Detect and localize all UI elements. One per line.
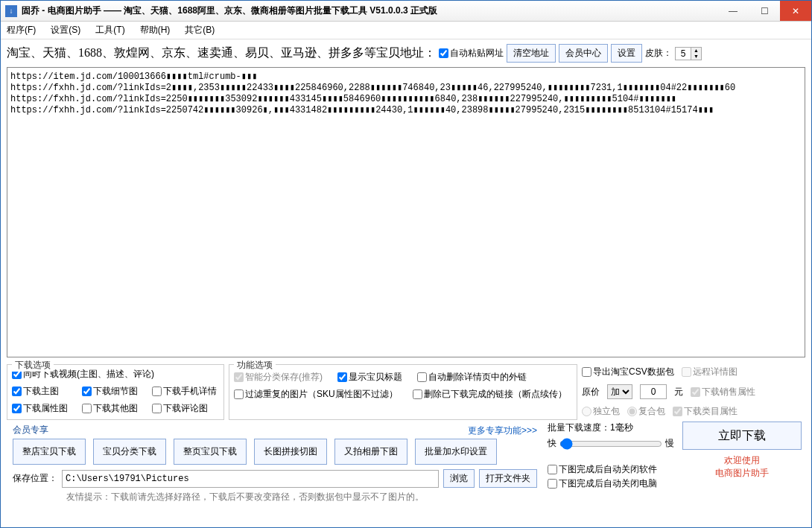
address-desc: 淘宝、天猫、1688、敦煌网、京东、速卖通、易贝、亚马逊、拼多多等宝贝地址： [7,45,436,61]
more-member-link[interactable]: 更多专享功能>>> [468,423,537,437]
clear-address-button[interactable]: 清空地址 [507,44,556,63]
member-exclusive-label: 会员专享 [13,424,48,436]
window-title: 固乔 - 电商图片助手 —— 淘宝、天猫、1688阿里、京东、微商相册等图片批量… [22,4,717,17]
download-mobile-checkbox[interactable]: 下载手机详情 [152,385,218,398]
speed-slow-label: 慢 [665,437,674,450]
save-path-input[interactable] [62,470,439,488]
app-icon: ↓ [5,5,17,17]
hint-text: 友情提示：下载前请先选择好路径，下载后不要改变路径，否则数据包中显示不了图片的。 [7,491,543,506]
download-attr-checkbox[interactable]: 下载属性图 [12,402,77,415]
whole-shop-button[interactable]: 整店宝贝下载 [13,439,86,465]
browse-button[interactable]: 浏览 [443,469,475,488]
skin-spinner[interactable]: ▲▼ [675,47,702,60]
download-options-group: 下载选项 同时下载视频(主图、描述、评论) 下载主图 下载细节图 下载手机详情 … [7,364,224,420]
member-center-button[interactable]: 会员中心 [559,44,608,63]
skin-down-icon[interactable]: ▼ [691,54,701,60]
download-other-checkbox[interactable]: 下载其他图 [82,402,148,415]
show-title-checkbox[interactable]: 显示宝贝标题 [337,371,402,384]
menu-tools[interactable]: 工具(T) [95,24,124,36]
unit-label: 元 [674,386,683,398]
url-textarea[interactable]: https://item.jd.com/100013666▮▮▮▮tml#cru… [7,67,805,357]
close-software-checkbox[interactable]: 下图完成后自动关闭软件 [548,463,674,476]
minimize-button[interactable]: — [717,1,749,21]
download-detail-checkbox[interactable]: 下载细节图 [82,385,148,398]
menu-settings[interactable]: 设置(S) [51,24,80,36]
album-download-button[interactable]: 又拍相册下图 [334,439,407,465]
speed-slider[interactable] [559,438,662,450]
download-comment-checkbox[interactable]: 下载评论图 [152,402,218,415]
longpic-button[interactable]: 长图拼接切图 [254,439,327,465]
speed-fast-label: 快 [548,437,556,450]
watermark-button[interactable]: 批量加水印设置 [415,439,497,465]
skin-up-icon[interactable]: ▲ [691,48,701,54]
welcome-line2: 电商图片助手 [715,467,769,480]
remote-detail-checkbox: 远程详情图 [682,366,738,378]
del-extlink-checkbox[interactable]: 自动删除详情页中的外链 [417,371,527,384]
close-button[interactable]: ✕ [780,1,811,21]
category-download-button[interactable]: 宝贝分类下载 [93,439,166,465]
indep-radio: 独立包 [582,405,620,418]
combo-radio: 复合包 [627,405,665,418]
close-pc-checkbox[interactable]: 下图完成后自动关闭电脑 [548,477,674,490]
auto-paste-checkbox[interactable]: 自动粘贴网址 [439,47,504,60]
export-csv-checkbox[interactable]: 导出淘宝CSV数据包 [582,366,674,378]
orig-price-input[interactable] [640,384,667,399]
speed-label: 批量下载速度：1毫秒 [548,422,674,434]
filter-dup-checkbox[interactable]: 过滤重复的图片（SKU属性图不过滤） [234,388,398,401]
cat-attr-checkbox: 下载类目属性 [673,405,738,418]
maximize-button[interactable]: ☐ [749,1,780,21]
sale-attr-checkbox: 下载销售属性 [691,386,755,398]
menu-program[interactable]: 程序(F) [7,24,36,36]
skin-value-input[interactable] [676,48,691,60]
start-download-button[interactable]: 立即下载 [682,422,802,450]
orig-price-label: 原价 [582,386,600,398]
download-main-checkbox[interactable]: 下载主图 [12,385,77,398]
menu-help[interactable]: 帮助(H) [140,24,171,36]
del-broken-checkbox[interactable]: 删除已下载完成的链接（断点续传） [413,388,567,401]
skin-label: 皮肤： [645,47,672,60]
function-options-group: 功能选项 智能分类保存(推荐) 显示宝贝标题 自动删除详情页中的外链 过滤重复的… [229,364,577,420]
smart-save-checkbox: 智能分类保存(推荐) [234,371,323,384]
whole-page-button[interactable]: 整页宝贝下载 [174,439,247,465]
open-folder-button[interactable]: 打开文件夹 [479,469,537,488]
menu-other[interactable]: 其它(B) [185,24,215,36]
welcome-line1: 欢迎使用 [715,454,769,467]
orig-price-select[interactable]: 加 [607,384,632,399]
save-path-label: 保存位置： [13,472,57,485]
settings-button[interactable]: 设置 [611,44,642,63]
